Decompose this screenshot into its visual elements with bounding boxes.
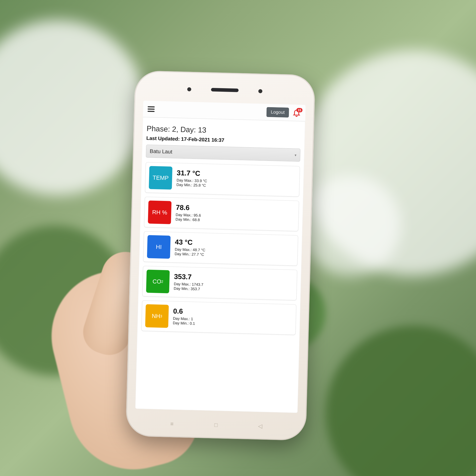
metric-value: 78.6 [176,204,201,212]
metric-value: 43 °C [175,238,206,247]
metric-value: 0.6 [173,307,195,316]
metric-day-min: Day Min.: 68.8 [175,217,201,222]
metric-day-min: Day Min.: 27.7 °C [175,252,205,257]
phone-sensor [187,87,191,91]
metric-badge: NH3 [145,304,169,328]
metric-card-nh3[interactable]: NH3 0.6 Day Max.: 1 Day Min.: 0.1 [141,300,296,335]
last-updated-label: Last Updated: 17-Feb-2021 16:37 [146,135,301,145]
metric-value: 353.7 [174,273,203,281]
phone-screen: Logout 15 Phase: 2, Day: 13 Last Updated… [135,101,306,413]
metric-badge: TEMP [149,166,172,189]
metric-day-min: Day Min.: 0.1 [173,321,195,326]
metric-day-min: Day Min.: 353.7 [174,286,203,292]
menu-icon[interactable] [148,106,155,112]
nav-home-icon[interactable]: □ [212,422,220,428]
metric-card-co2[interactable]: CO2 353.7 Day Max.: 1743.7 Day Min.: 353… [142,266,297,300]
metric-card-temp[interactable]: TEMP 31.7 °C Day Max.: 33.9 °C Day Min.:… [145,162,300,197]
metric-day-max: Day Max.: 1 [173,316,195,321]
metric-badge: CO2 [146,270,170,293]
notification-badge: 15 [296,108,303,112]
phase-day-title: Phase: 2, Day: 13 [147,124,301,137]
metric-badge: RH % [148,200,171,224]
nav-recent-icon[interactable]: ≡ [168,421,176,427]
metric-value: 31.7 °C [177,169,207,178]
chevron-down-icon: ▾ [295,153,296,157]
metric-card-hi[interactable]: HI 43 °C Day Max.: 48.7 °C Day Min.: 27.… [143,231,298,266]
metric-card-rh[interactable]: RH % 78.6 Day Max.: 95.6 Day Min.: 68.8 [144,197,299,231]
logout-button[interactable]: Logout [266,107,289,117]
location-selected-value: Batu Laut [150,148,172,155]
metric-day-min: Day Min.: 25.8 °C [176,183,207,188]
phone-frame: Logout 15 Phase: 2, Day: 13 Last Updated… [126,70,315,441]
app-content: Phase: 2, Day: 13 Last Updated: 17-Feb-2… [137,117,305,341]
phone-nav-bar: ≡ □ ◁ [168,421,264,430]
nav-back-icon[interactable]: ◁ [257,423,264,430]
phone-speaker [211,88,239,92]
notifications-icon[interactable]: 15 [292,108,301,117]
location-dropdown[interactable]: Batu Laut ▾ [146,145,300,162]
metric-badge: HI [147,235,171,259]
phone-sensor [258,89,262,93]
